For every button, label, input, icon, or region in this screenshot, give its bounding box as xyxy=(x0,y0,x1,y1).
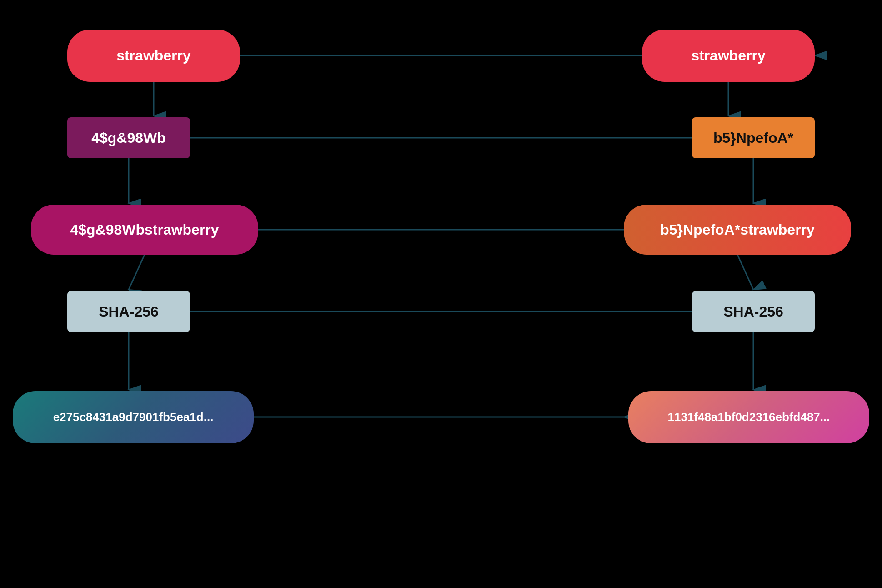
strawberry-right-label: strawberry xyxy=(691,47,766,64)
node-sha-left: SHA-256 xyxy=(67,291,190,332)
node-hash-right: 1131f48a1bf0d2316ebfd487... xyxy=(628,391,869,443)
salt-right-label: b5}NpefoA* xyxy=(713,130,793,146)
node-sha-right: SHA-256 xyxy=(692,291,815,332)
hash-right-label: 1131f48a1bf0d2316ebfd487... xyxy=(668,410,830,424)
node-salt-right: b5}NpefoA* xyxy=(692,117,815,158)
combined-right-label: b5}NpefoA*strawberry xyxy=(660,221,815,238)
node-hash-left: e275c8431a9d7901fb5ea1d... xyxy=(13,391,254,443)
node-combined-left: 4$g&98Wbstrawberry xyxy=(31,205,258,255)
node-combined-right: b5}NpefoA*strawberry xyxy=(624,205,851,255)
hash-left-label: e275c8431a9d7901fb5ea1d... xyxy=(53,410,214,424)
svg-line-10 xyxy=(129,255,145,290)
sha-left-label: SHA-256 xyxy=(99,303,159,320)
sha-right-label: SHA-256 xyxy=(723,303,783,320)
combined-left-label: 4$g&98Wbstrawberry xyxy=(70,221,219,238)
node-strawberry-left: strawberry xyxy=(67,30,240,82)
strawberry-left-label: strawberry xyxy=(116,47,191,64)
node-salt-left: 4$g&98Wb xyxy=(67,117,190,158)
salt-left-label: 4$g&98Wb xyxy=(91,130,166,146)
node-strawberry-right: strawberry xyxy=(642,30,815,82)
diagram: strawberry 4$g&98Wb 4$g&98Wbstrawberry S… xyxy=(0,0,882,588)
svg-line-14 xyxy=(737,255,753,290)
